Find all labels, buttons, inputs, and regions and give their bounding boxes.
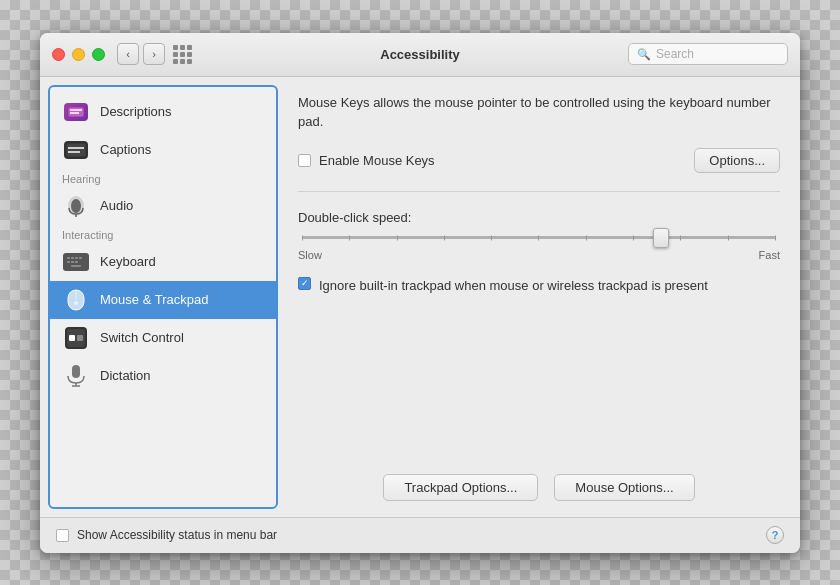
- svg-rect-3: [66, 143, 86, 157]
- slider-line: [302, 236, 776, 239]
- help-button[interactable]: ?: [766, 526, 784, 544]
- sidebar-item-switch-control[interactable]: Switch Control: [50, 319, 276, 357]
- options-button[interactable]: Options...: [694, 148, 780, 173]
- slider-track[interactable]: [302, 229, 776, 247]
- minimize-button[interactable]: [72, 48, 85, 61]
- slider-slow-label: Slow: [298, 249, 322, 261]
- mouse-options-button[interactable]: Mouse Options...: [554, 474, 694, 501]
- show-status-row: Show Accessibility status in menu bar: [56, 528, 277, 542]
- show-status-checkbox[interactable]: [56, 529, 69, 542]
- switch-control-icon: [62, 324, 90, 352]
- titlebar: ‹ › Accessibility 🔍 Search: [40, 33, 800, 77]
- content-area: Descriptions Captions: [40, 77, 800, 517]
- sidebar-item-captions[interactable]: Captions: [50, 131, 276, 169]
- svg-rect-11: [71, 257, 74, 259]
- enable-mouse-keys-row: Enable Mouse Keys Options...: [298, 148, 780, 173]
- ignore-trackpad-row: ✓ Ignore built-in trackpad when mouse or…: [298, 277, 780, 295]
- ignore-trackpad-label: Ignore built-in trackpad when mouse or w…: [319, 277, 708, 295]
- ignore-trackpad-checkbox[interactable]: ✓: [298, 277, 311, 290]
- sidebar-item-keyboard[interactable]: Keyboard: [50, 243, 276, 281]
- svg-point-20: [74, 301, 78, 305]
- svg-rect-10: [67, 257, 70, 259]
- forward-button[interactable]: ›: [143, 43, 165, 65]
- slider-container: Slow Fast: [298, 229, 780, 261]
- svg-rect-15: [71, 261, 74, 263]
- slider-labels: Slow Fast: [298, 249, 780, 261]
- slider-thumb[interactable]: [653, 228, 669, 248]
- grid-view-button[interactable]: [171, 43, 193, 65]
- svg-rect-17: [71, 265, 81, 267]
- sidebar-list: Descriptions Captions: [50, 87, 276, 401]
- sidebar-item-mouse-trackpad[interactable]: Mouse & Trackpad: [50, 281, 276, 319]
- sidebar-item-label-descriptions: Descriptions: [100, 104, 172, 119]
- section-hearing: Hearing: [50, 169, 276, 187]
- search-icon: 🔍: [637, 48, 651, 61]
- enable-mouse-keys-checkbox[interactable]: [298, 154, 311, 167]
- footer: Show Accessibility status in menu bar ?: [40, 517, 800, 553]
- mouse-trackpad-icon: [62, 286, 90, 314]
- maximize-button[interactable]: [92, 48, 105, 61]
- enable-mouse-keys-label: Enable Mouse Keys: [319, 153, 435, 168]
- svg-point-7: [71, 199, 81, 213]
- captions-icon: [62, 136, 90, 164]
- svg-rect-12: [75, 257, 78, 259]
- svg-rect-22: [69, 335, 75, 341]
- svg-rect-23: [77, 335, 83, 341]
- double-click-speed-section: Double-click speed:: [298, 210, 780, 261]
- traffic-lights: [52, 48, 105, 61]
- sidebar-item-label-keyboard: Keyboard: [100, 254, 156, 269]
- keyboard-icon: [62, 248, 90, 276]
- sidebar-item-dictation[interactable]: Dictation: [50, 357, 276, 395]
- sidebar-item-label-audio: Audio: [100, 198, 133, 213]
- nav-buttons: ‹ ›: [117, 43, 165, 65]
- mouse-keys-description: Mouse Keys allows the mouse pointer to b…: [298, 93, 780, 132]
- sidebar-item-descriptions[interactable]: Descriptions: [50, 93, 276, 131]
- sidebar-item-audio[interactable]: Audio: [50, 187, 276, 225]
- svg-rect-24: [72, 365, 80, 378]
- grid-icon: [173, 45, 192, 64]
- accessibility-window: ‹ › Accessibility 🔍 Search: [40, 33, 800, 553]
- sidebar-item-label-captions: Captions: [100, 142, 151, 157]
- double-click-speed-label: Double-click speed:: [298, 210, 411, 225]
- sidebar: Descriptions Captions: [48, 85, 278, 509]
- show-status-label: Show Accessibility status in menu bar: [77, 528, 277, 542]
- sidebar-item-label-mouse-trackpad: Mouse & Trackpad: [100, 292, 208, 307]
- divider-1: [298, 191, 780, 192]
- bottom-buttons: Trackpad Options... Mouse Options...: [298, 474, 780, 501]
- enable-mouse-keys-checkbox-row: Enable Mouse Keys: [298, 153, 435, 168]
- back-button[interactable]: ‹: [117, 43, 139, 65]
- svg-rect-0: [68, 107, 84, 117]
- svg-rect-13: [79, 257, 82, 259]
- trackpad-options-button[interactable]: Trackpad Options...: [383, 474, 538, 501]
- sidebar-item-label-dictation: Dictation: [100, 368, 151, 383]
- search-placeholder: Search: [656, 47, 694, 61]
- descriptions-icon: [62, 98, 90, 126]
- svg-rect-16: [75, 261, 78, 263]
- slider-fast-label: Fast: [759, 249, 780, 261]
- audio-icon: [62, 192, 90, 220]
- sidebar-item-label-switch-control: Switch Control: [100, 330, 184, 345]
- dictation-icon: [62, 362, 90, 390]
- svg-rect-14: [67, 261, 70, 263]
- window-title: Accessibility: [380, 47, 460, 62]
- search-box[interactable]: 🔍 Search: [628, 43, 788, 65]
- section-interacting: Interacting: [50, 225, 276, 243]
- settings-panel: Mouse Keys allows the mouse pointer to b…: [278, 77, 800, 517]
- close-button[interactable]: [52, 48, 65, 61]
